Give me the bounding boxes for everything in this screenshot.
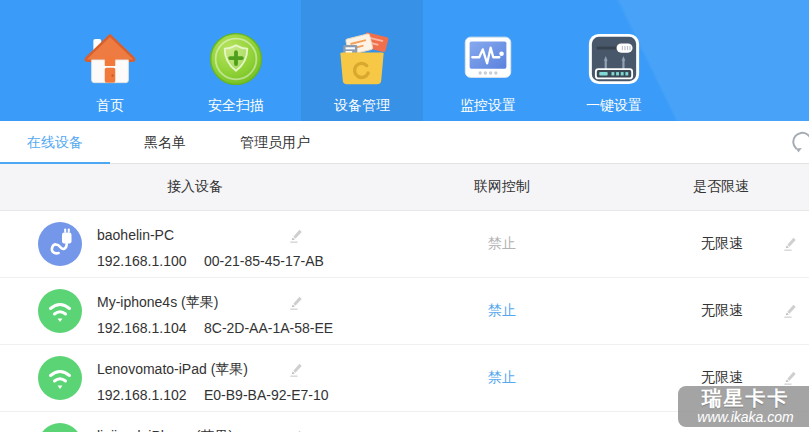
nav-item-security-scan[interactable]: 安全扫描 <box>175 0 297 121</box>
monitor-settings-icon <box>460 27 516 91</box>
device-mac: E0-B9-BA-92-E7-10 <box>204 387 329 403</box>
wifi-device-icon <box>38 289 82 333</box>
watermark-badge: 瑞星卡卡 www.ikaka.com <box>678 386 809 427</box>
column-header-device: 接入设备 <box>167 178 223 196</box>
network-control-action[interactable]: 禁止 <box>488 302 516 320</box>
nav-item-one-key-setup[interactable]: 一键设置 <box>553 0 675 121</box>
main-nav: 首页 安全扫描 <box>0 0 809 121</box>
device-name: My-iphone4s (苹果) <box>97 294 218 312</box>
home-icon <box>82 27 138 91</box>
device-mac: 8C-2D-AA-1A-58-EE <box>204 320 333 336</box>
table-row: baohelin-PC 192.168.1.100 00-21-85-45-17… <box>0 211 809 278</box>
nav-label-one-key-setup: 一键设置 <box>586 97 642 113</box>
device-name: Lenovomato-iPad (苹果) <box>97 361 248 379</box>
speed-limit-value: 无限速 <box>701 302 743 320</box>
device-ip: 192.168.1.104 <box>97 320 187 336</box>
edit-speed-limit-icon[interactable] <box>782 303 799 320</box>
nav-label-security-scan: 安全扫描 <box>208 97 264 113</box>
device-manage-icon <box>332 27 392 91</box>
wifi-device-icon <box>38 356 82 400</box>
device-name: baohelin-PC <box>97 227 174 243</box>
one-key-setup-icon <box>587 27 641 91</box>
edit-name-icon[interactable] <box>288 295 305 312</box>
tab-bar: 在线设备 黑名单 管理员用户 <box>0 121 809 164</box>
table-header: 接入设备 联网控制 是否限速 <box>0 164 809 211</box>
wifi-device-icon <box>38 423 82 432</box>
network-control-action[interactable]: 禁止 <box>488 369 516 387</box>
edit-speed-limit-icon[interactable] <box>782 236 799 253</box>
device-name: linjingdeiPhone (苹果) <box>97 428 233 432</box>
device-mac: 00-21-85-45-17-AB <box>204 253 324 269</box>
column-header-speed-limit: 是否限速 <box>693 178 749 196</box>
security-scan-icon <box>207 27 265 91</box>
edit-speed-limit-icon[interactable] <box>782 370 799 387</box>
edit-name-icon[interactable] <box>288 228 305 245</box>
device-ip: 192.168.1.100 <box>97 253 187 269</box>
tab-blacklist[interactable]: 黑名单 <box>110 121 220 164</box>
nav-label-device-manage: 设备管理 <box>334 97 390 113</box>
nav-item-home[interactable]: 首页 <box>49 0 171 121</box>
table-row: My-iphone4s (苹果) 192.168.1.104 8C-2D-AA-… <box>0 278 809 345</box>
usb-device-icon <box>38 222 82 266</box>
network-control-action: 禁止 <box>488 235 516 253</box>
app-header: 首页 安全扫描 <box>0 0 809 121</box>
nav-label-home: 首页 <box>96 97 124 113</box>
edit-name-icon[interactable] <box>288 362 305 379</box>
speed-limit-value: 无限速 <box>701 235 743 253</box>
nav-item-monitor-settings[interactable]: 监控设置 <box>427 0 549 121</box>
tab-admin-users[interactable]: 管理员用户 <box>220 121 330 164</box>
device-ip: 192.168.1.102 <box>97 387 187 403</box>
tab-online-devices[interactable]: 在线设备 <box>0 121 110 164</box>
nav-label-monitor-settings: 监控设置 <box>460 97 516 113</box>
speed-limit-value: 无限速 <box>701 369 743 387</box>
watermark-brand: 瑞星卡卡 <box>702 388 790 409</box>
edit-name-icon[interactable] <box>288 429 305 432</box>
column-header-network-control: 联网控制 <box>474 178 530 196</box>
watermark-url: www.ikaka.com <box>697 409 793 425</box>
refresh-icon[interactable] <box>787 128 809 158</box>
nav-item-device-manage[interactable]: 设备管理 <box>301 0 423 121</box>
